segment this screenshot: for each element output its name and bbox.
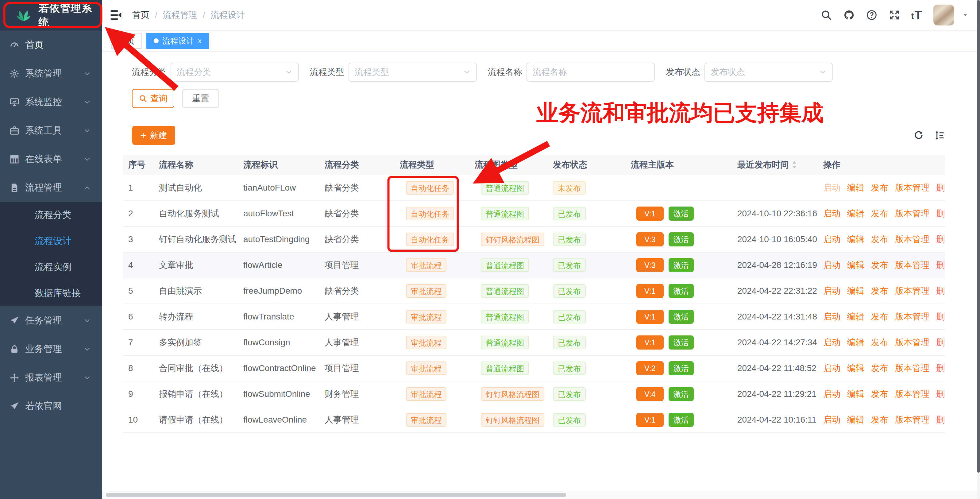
tab-home[interactable]: 首页 bbox=[111, 33, 142, 49]
sidebar-item-0[interactable]: 首页 bbox=[0, 31, 102, 59]
sidebar-item-8[interactable]: 报表管理 bbox=[0, 363, 102, 392]
action-link-2[interactable]: 发布 bbox=[871, 336, 888, 348]
filter-select-3[interactable]: 发布状态 bbox=[705, 62, 833, 81]
action-link-4[interactable]: 删除 bbox=[936, 285, 945, 297]
action-link-1[interactable]: 编辑 bbox=[847, 388, 864, 400]
action-link-1[interactable]: 编辑 bbox=[847, 259, 864, 271]
cell-version bbox=[625, 175, 732, 201]
breadcrumb-item-1[interactable]: 流程管理 bbox=[163, 9, 197, 21]
action-link-3[interactable]: 版本管理 bbox=[895, 336, 929, 348]
search-icon[interactable] bbox=[821, 9, 832, 21]
action-link-2[interactable]: 发布 bbox=[871, 208, 888, 219]
action-link-1[interactable]: 编辑 bbox=[847, 285, 864, 297]
action-link-2[interactable]: 发布 bbox=[871, 414, 888, 426]
action-link-2[interactable]: 发布 bbox=[871, 388, 888, 400]
breadcrumb-item-0[interactable]: 首页 bbox=[132, 9, 150, 21]
action-link-1[interactable]: 编辑 bbox=[847, 182, 864, 194]
action-link-0[interactable]: 启动 bbox=[823, 182, 840, 194]
action-link-1[interactable]: 编辑 bbox=[847, 414, 864, 426]
column-header-3: 流程分类 bbox=[320, 155, 395, 175]
refresh-icon[interactable] bbox=[913, 130, 924, 141]
column-header-8[interactable]: 最近发布时间 bbox=[732, 155, 818, 175]
font-size-icon[interactable]: tT bbox=[911, 8, 922, 22]
action-link-1[interactable]: 编辑 bbox=[847, 208, 864, 219]
action-link-3[interactable]: 版本管理 bbox=[895, 285, 929, 297]
action-link-4[interactable]: 删除 bbox=[936, 182, 945, 194]
action-link-4[interactable]: 删除 bbox=[936, 259, 945, 271]
action-link-2[interactable]: 发布 bbox=[871, 362, 888, 374]
action-link-3[interactable]: 版本管理 bbox=[895, 259, 929, 271]
action-link-3[interactable]: 版本管理 bbox=[895, 311, 929, 322]
collapse-menu-icon[interactable] bbox=[109, 8, 123, 22]
action-link-2[interactable]: 发布 bbox=[871, 311, 888, 322]
sidebar-item-3[interactable]: 系统工具 bbox=[0, 116, 102, 145]
action-link-1[interactable]: 编辑 bbox=[847, 311, 864, 322]
filter-input-2[interactable] bbox=[527, 62, 655, 81]
action-link-2[interactable]: 发布 bbox=[871, 285, 888, 297]
action-link-3[interactable]: 版本管理 bbox=[895, 388, 929, 400]
sidebar-subitem-5-1[interactable]: 流程设计 bbox=[0, 228, 102, 254]
vertical-scrollbar[interactable] bbox=[977, 0, 980, 499]
horizontal-scrollbar-thumb[interactable] bbox=[106, 493, 566, 497]
reset-button[interactable]: 重置 bbox=[182, 89, 219, 108]
filter-select-1[interactable]: 流程类型 bbox=[348, 62, 477, 81]
action-link-3[interactable]: 版本管理 bbox=[895, 208, 929, 219]
create-button[interactable]: + 新建 bbox=[132, 126, 175, 145]
action-link-0[interactable]: 启动 bbox=[823, 336, 840, 348]
sidebar-subitem-5-0[interactable]: 流程分类 bbox=[0, 202, 102, 228]
sidebar-subitem-5-3[interactable]: 数据库链接 bbox=[0, 280, 102, 306]
caret-down-icon[interactable] bbox=[962, 11, 969, 19]
action-link-2[interactable]: 发布 bbox=[871, 259, 888, 271]
sidebar-item-9[interactable]: 若依官网 bbox=[0, 392, 102, 421]
cell-time: 2024-04-22 22:31:22 bbox=[732, 278, 818, 304]
fullscreen-icon[interactable] bbox=[889, 9, 900, 21]
action-link-4[interactable]: 删除 bbox=[936, 362, 945, 374]
sidebar-item-4[interactable]: 在线表单 bbox=[0, 145, 102, 174]
action-link-0[interactable]: 启动 bbox=[823, 362, 840, 374]
sidebar-item-7[interactable]: 业务管理 bbox=[0, 335, 102, 363]
horizontal-scrollbar[interactable] bbox=[102, 491, 977, 499]
action-link-4[interactable]: 删除 bbox=[936, 234, 945, 245]
action-link-2[interactable]: 发布 bbox=[871, 234, 888, 245]
action-link-0[interactable]: 启动 bbox=[823, 388, 840, 400]
app-logo[interactable]: 若依管理系统 bbox=[0, 0, 102, 31]
breadcrumb-item-2[interactable]: 流程设计 bbox=[211, 9, 245, 21]
sort-icon[interactable] bbox=[791, 161, 797, 169]
density-icon[interactable] bbox=[934, 130, 945, 141]
action-link-0[interactable]: 启动 bbox=[823, 259, 840, 271]
cell-time: 2024-04-22 11:48:52 bbox=[732, 356, 818, 381]
cell-type: 审批流程 bbox=[395, 381, 469, 407]
action-link-1[interactable]: 编辑 bbox=[847, 234, 864, 245]
action-link-3[interactable]: 版本管理 bbox=[895, 234, 929, 245]
action-link-0[interactable]: 启动 bbox=[823, 234, 840, 245]
action-link-1[interactable]: 编辑 bbox=[847, 336, 864, 348]
action-link-3[interactable]: 版本管理 bbox=[895, 362, 929, 374]
action-link-0[interactable]: 启动 bbox=[823, 311, 840, 322]
action-link-3[interactable]: 版本管理 bbox=[895, 414, 929, 426]
sidebar-subitem-5-2[interactable]: 流程实例 bbox=[0, 254, 102, 280]
action-link-4[interactable]: 删除 bbox=[936, 208, 945, 219]
sidebar-item-6[interactable]: 任务管理 bbox=[0, 306, 102, 335]
action-link-0[interactable]: 启动 bbox=[823, 208, 840, 219]
action-link-2[interactable]: 发布 bbox=[871, 182, 888, 194]
main-area: 首页/流程管理/流程设计 tT 首页 流程设计 x bbox=[102, 0, 980, 499]
action-link-0[interactable]: 启动 bbox=[823, 285, 840, 297]
tab-process-design[interactable]: 流程设计 x bbox=[146, 33, 209, 49]
action-link-4[interactable]: 删除 bbox=[936, 311, 945, 322]
action-link-1[interactable]: 编辑 bbox=[847, 362, 864, 374]
tab-close-icon[interactable]: x bbox=[198, 37, 202, 45]
action-link-3[interactable]: 版本管理 bbox=[895, 182, 929, 194]
sidebar-item-1[interactable]: 系统管理 bbox=[0, 59, 102, 88]
sidebar-item-2[interactable]: 系统监控 bbox=[0, 88, 102, 116]
help-icon[interactable] bbox=[866, 9, 878, 21]
github-icon[interactable] bbox=[843, 9, 855, 21]
sidebar-item-5[interactable]: 流程管理 bbox=[0, 174, 102, 202]
action-link-4[interactable]: 删除 bbox=[936, 336, 945, 348]
avatar[interactable] bbox=[933, 5, 954, 26]
action-link-0[interactable]: 启动 bbox=[823, 414, 840, 426]
vertical-scrollbar-thumb[interactable] bbox=[977, 0, 980, 473]
query-button[interactable]: 查询 bbox=[132, 89, 174, 108]
filter-select-0[interactable]: 流程分类 bbox=[170, 62, 299, 81]
action-link-4[interactable]: 删除 bbox=[936, 414, 945, 426]
action-link-4[interactable]: 删除 bbox=[936, 388, 945, 400]
